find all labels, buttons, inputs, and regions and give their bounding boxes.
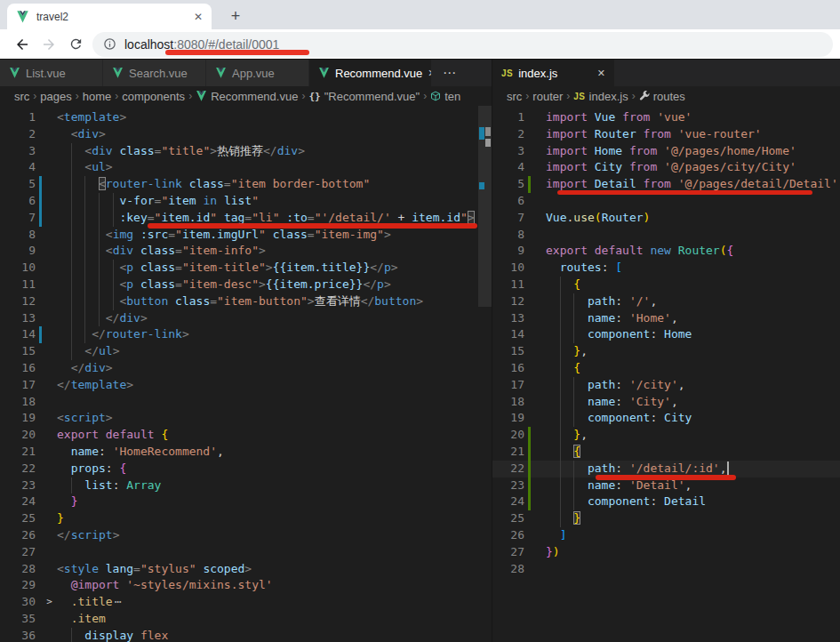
code-line-2[interactable]: 2 <div> [0,126,492,143]
code-line-17[interactable]: 17 path: '/city', [492,377,840,394]
code-line-19[interactable]: 19<script> [0,410,492,427]
editor-tab-recommend-vue[interactable]: Recommend.vue✕ [309,60,432,86]
line-content[interactable]: import Vue from 'vue' [546,109,840,126]
code-line-24[interactable]: 24 } [0,494,492,510]
code-line-25[interactable]: 25} [0,510,492,527]
line-content[interactable]: { [546,277,840,293]
code-editor-index-js[interactable]: 1import Vue from 'vue'2import Router fro… [492,106,840,642]
new-tab-button[interactable]: + [224,4,247,28]
breadcrumb-item-components[interactable]: components [122,90,185,103]
code-line-28[interactable]: 28<style lang="stylus" scoped> [0,561,492,578]
code-line-2[interactable]: 2import Router from 'vue-router' [492,126,840,143]
editor-tab-list-vue[interactable]: List.vue [0,60,103,86]
line-content[interactable]: </script> [57,527,492,544]
line-content[interactable] [546,227,840,244]
line-content[interactable]: name: 'City', [546,394,840,411]
code-line-8[interactable]: 8 [492,227,840,244]
line-content[interactable]: }, [546,427,840,444]
line-content[interactable]: <p class="item-title">{{item.title}}</p> [57,260,492,277]
line-content[interactable]: export default { [57,427,492,444]
line-content[interactable]: path: '/', [546,293,840,310]
code-line-36[interactable]: 36 display flex [0,628,492,642]
line-content[interactable]: <style lang="stylus" scoped> [57,561,492,578]
breadcrumb-item-recommend-vue[interactable]: Recommend.vue [196,90,298,103]
code-line-4[interactable]: 4import City from '@/pages/city/City' [492,159,840,176]
code-line-6[interactable]: 6 v-for="item in list" [0,193,492,210]
code-line-18[interactable]: 18 [0,394,492,411]
line-content[interactable] [546,193,840,210]
code-line-14[interactable]: 14 component: Home [492,326,840,343]
breadcrumb-item-src[interactable]: src [14,90,29,103]
line-content[interactable]: </div> [57,310,492,327]
line-content[interactable]: ] [546,527,840,544]
code-line-22[interactable]: 22 props: { [0,461,492,477]
code-line-1[interactable]: 1import Vue from 'vue' [492,109,840,126]
code-line-21[interactable]: 21 { [492,444,840,461]
code-line-5[interactable]: 5 <router-link class="item border-bottom… [0,176,492,193]
line-content[interactable]: <p class="item-desc">{{item.price}}</p> [57,277,492,293]
code-line-15[interactable]: 15 </ul> [0,343,492,360]
code-line-11[interactable]: 11 <p class="item-desc">{{item.price}}</… [0,277,492,293]
line-content[interactable]: import Home from '@/pages/home/Home' [546,143,840,160]
line-content[interactable]: <div class="title">热销推荐</div> [57,143,492,160]
line-content[interactable]: }) [546,544,840,561]
code-line-20[interactable]: 20export default { [0,427,492,444]
line-content[interactable]: { [546,444,840,461]
line-content[interactable]: <img :src="item.imgUrl" class="item-img"… [57,227,492,244]
line-content[interactable]: export default new Router({ [546,243,840,260]
line-content[interactable]: component: Home [546,326,840,343]
breadcrumb-item-home[interactable]: home [83,90,112,103]
line-content[interactable]: .item [57,611,492,628]
line-content[interactable] [57,544,492,561]
line-content[interactable]: import City from '@/pages/city/City' [546,159,840,176]
line-content[interactable]: name: 'HomeRecommend', [57,444,492,461]
line-content[interactable]: }, [546,343,840,360]
line-content[interactable]: component: Detail [546,494,840,510]
code-line-10[interactable]: 10 <p class="item-title">{{item.title}}<… [0,260,492,277]
editor-tab-app-vue[interactable]: App.vue [206,60,309,86]
line-content[interactable]: path: '/city', [546,377,840,394]
line-content[interactable]: </template> [57,377,492,394]
code-line-16[interactable]: 16 { [492,360,840,377]
breadcrumb-item-ten[interactable]: ten [430,90,460,103]
line-content[interactable]: </router-link> [57,326,492,343]
line-content[interactable]: <router-link class="item border-bottom" [57,176,492,193]
line-content[interactable]: } [546,510,840,527]
forward-icon[interactable] [36,31,62,58]
breadcrumb-item-index-js[interactable]: JSindex.js [573,90,628,103]
line-content[interactable] [57,394,492,411]
code-line-10[interactable]: 10 routes: [ [492,260,840,277]
line-content[interactable]: <div> [57,126,492,143]
fold-chevron-icon[interactable]: > [42,594,57,611]
code-editor-recommend-vue[interactable]: 1<template>2 <div>3 <div class="title">热… [0,106,492,642]
code-line-28[interactable]: 28 [492,561,840,578]
code-line-16[interactable]: 16 </div> [0,360,492,377]
line-content[interactable]: import Router from 'vue-router' [546,126,840,143]
code-line-13[interactable]: 13 name: 'Home', [492,310,840,327]
code-line-4[interactable]: 4 <ul> [0,159,492,176]
code-line-20[interactable]: 20 }, [492,427,840,444]
line-content[interactable]: <template> [57,109,492,126]
line-content[interactable]: display flex [57,628,492,642]
code-line-3[interactable]: 3import Home from '@/pages/home/Home' [492,143,840,160]
tab-overflow-button[interactable]: ⋯ [432,60,467,86]
line-content[interactable]: list: Array [57,477,492,494]
code-line-6[interactable]: 6 [492,193,840,210]
breadcrumb-item-routes[interactable]: routes [639,90,685,103]
code-line-15[interactable]: 15 }, [492,343,840,360]
tab-close-icon[interactable]: ✕ [597,68,605,79]
code-line-17[interactable]: 17</template> [0,377,492,394]
code-line-27[interactable]: 27 [0,544,492,561]
code-line-25[interactable]: 25 } [492,510,840,527]
line-content[interactable] [546,561,840,578]
code-line-1[interactable]: 1<template> [0,109,492,126]
tab-close-icon[interactable]: ✕ [194,11,203,23]
breadcrumb-item-src[interactable]: src [507,90,522,103]
line-content[interactable]: <ul> [57,159,492,176]
code-line-3[interactable]: 3 <div class="title">热销推荐</div> [0,143,492,160]
line-content[interactable]: </div> [57,360,492,377]
code-line-13[interactable]: 13 </div> [0,310,492,327]
line-content[interactable]: <script> [57,410,492,427]
editor-tab-search-vue[interactable]: Search.vue [103,60,206,86]
code-line-24[interactable]: 24 component: Detail [492,494,840,510]
